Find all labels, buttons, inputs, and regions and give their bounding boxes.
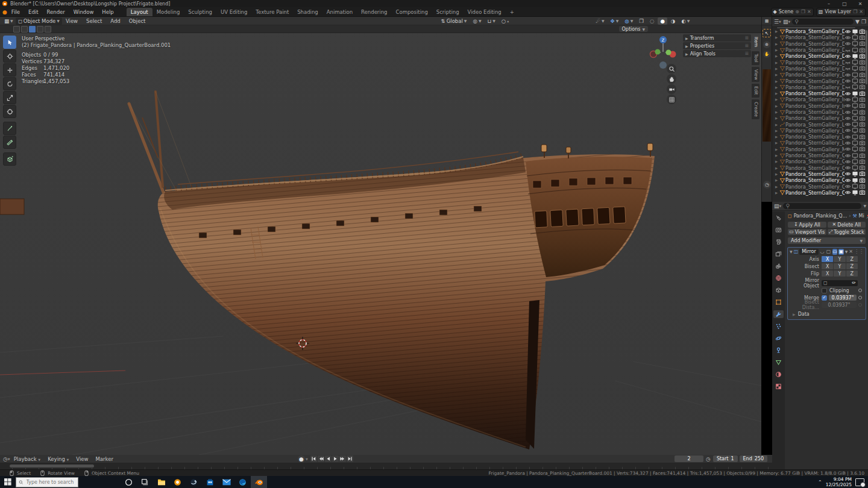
properties-tab-collection[interactable] xyxy=(773,286,784,294)
pin-icon[interactable]: ⊕ xyxy=(795,9,799,14)
mirror-object-field[interactable]: ◻ ✏ xyxy=(822,280,858,286)
outliner-row[interactable]: ▶ Pandora_SternGallery_QG xyxy=(772,171,866,177)
nav-grid-button[interactable] xyxy=(667,95,676,104)
shading-rendered-button[interactable]: ◐▼ xyxy=(679,17,692,25)
properties-tab-particles[interactable] xyxy=(773,322,784,330)
properties-tab-physics[interactable] xyxy=(773,334,784,342)
add-modifier-button[interactable]: Add Modifier▼ xyxy=(788,237,866,244)
properties-search[interactable]: ⚲ xyxy=(783,203,861,209)
tool-select-box[interactable] xyxy=(3,36,16,49)
shading-material-button[interactable]: ◑ xyxy=(668,17,678,25)
data-chevron-icon[interactable]: ▶ xyxy=(793,312,796,316)
orientation-selector[interactable]: ⇅ Global ▼ xyxy=(439,17,470,25)
viewport-menu-view[interactable]: View xyxy=(62,18,81,24)
taskbar-app-store[interactable] xyxy=(202,476,218,488)
workspace-tab-sculpting[interactable]: Sculpting xyxy=(184,8,216,16)
proportional-edit-button[interactable]: ○▴ xyxy=(499,17,511,25)
scene-selector[interactable]: ◆ Scene ⊕ ❐ ✕ xyxy=(771,8,814,16)
object-visibility-button[interactable]: ☄▼ xyxy=(593,17,606,25)
flip-y-toggle[interactable]: Y xyxy=(834,271,845,277)
outliner-row[interactable]: ▶ Pandora_SternGallery_Lo xyxy=(772,134,866,140)
tool-rotate[interactable] xyxy=(3,77,16,90)
start-button[interactable] xyxy=(0,476,16,488)
collapsed-image-editor[interactable]: ▦ ↖ ⊕ ✋ ◷ xyxy=(761,17,772,202)
outliner-vscrollbar[interactable] xyxy=(866,30,867,84)
close-button[interactable]: ✕ xyxy=(852,1,868,7)
workspace-tab-compositing[interactable]: Compositing xyxy=(392,8,432,16)
timeline-menu-keying[interactable]: Keying ▼ xyxy=(44,456,72,462)
outliner-row[interactable]: ▶ Pandora_SternGallery_QG xyxy=(772,152,866,158)
npanel-section-transform[interactable]: ▶Transform☰ xyxy=(683,34,751,42)
viewport-menu-select[interactable]: Select xyxy=(83,18,105,24)
merge-checkbox[interactable]: ✓ xyxy=(822,295,827,301)
menu-help[interactable]: Help xyxy=(98,9,118,15)
breadcrumb-modifier[interactable]: Mi xyxy=(859,213,864,219)
properties-tab-modifiers[interactable] xyxy=(773,310,784,318)
axis-x-toggle[interactable]: X xyxy=(822,256,833,262)
new-view-layer-icon[interactable]: ❐ xyxy=(853,9,857,14)
outliner-row[interactable]: ▶ Pandora_SternGallery_Mo xyxy=(772,146,866,152)
xray-toggle[interactable]: ❐ xyxy=(637,17,646,25)
data-subpanel-label[interactable]: Data xyxy=(798,311,810,317)
shading-wireframe-button[interactable]: ◌ xyxy=(647,17,656,25)
select-intersect-icon[interactable] xyxy=(45,26,51,33)
npanel-tab-edit[interactable]: Edit xyxy=(752,84,760,98)
pivot-point-button[interactable]: ◎▼ xyxy=(470,17,483,25)
outliner-row[interactable]: ▶ Pandora_SternGallery_QG xyxy=(772,158,866,164)
outliner-row[interactable]: ▶ Pandora_SternGallery_Dn xyxy=(772,84,866,90)
axis-z-toggle[interactable]: Z xyxy=(846,256,858,262)
outliner-row[interactable]: ▶ Pandora_SternGallery_Inn xyxy=(772,103,866,109)
outliner-row[interactable]: ▶ Pandora_SternGallery_Dn xyxy=(772,72,866,78)
taskbar-app-edge[interactable] xyxy=(234,476,251,488)
select-subtract-icon[interactable] xyxy=(29,26,36,33)
npanel-section-align-tools[interactable]: ▶Align Tools☰ xyxy=(683,50,751,57)
properties-tab-world[interactable] xyxy=(773,274,784,282)
snap-toggle-button[interactable]: ⊔▼ xyxy=(485,17,498,25)
timeline-menu-playback[interactable]: Playback ▼ xyxy=(10,456,45,462)
on-cage-toggle[interactable]: ◡ xyxy=(820,249,825,255)
options-button[interactable]: Options ▼ xyxy=(619,26,649,32)
outliner-row[interactable]: ▶ Pandora_SternGallery_Do xyxy=(772,28,866,34)
flip-x-toggle[interactable]: X xyxy=(822,271,833,277)
new-scene-icon[interactable]: ❐ xyxy=(801,9,805,14)
outliner-row[interactable]: ▶ Pandora_SternGallery_Lo xyxy=(772,109,866,115)
workspace-tab-video-editing[interactable]: Video Editing xyxy=(464,8,506,16)
menu-file[interactable]: File xyxy=(7,9,24,15)
bisect-x-toggle[interactable]: X xyxy=(822,263,833,269)
outliner-row[interactable]: ▶ Pandora_SternGallery_Dn xyxy=(772,34,866,40)
outliner-row[interactable]: ▶ Pandora_SternGallery_Inn xyxy=(772,96,866,102)
properties-tab-tool[interactable] xyxy=(773,214,784,222)
taskbar-search[interactable] xyxy=(16,477,78,487)
timeline-menu-marker[interactable]: Marker xyxy=(92,456,117,462)
outliner-row[interactable]: ▶ Pandora_SternGallery_Dn xyxy=(772,41,866,47)
gizmos-toggle[interactable]: ✥▼ xyxy=(608,17,621,25)
outliner-row[interactable]: ▶ Pandora_SternGallery_QG xyxy=(772,177,866,183)
apply-all-button[interactable]: ↧Apply All xyxy=(788,222,826,228)
taskbar-app-task-view[interactable] xyxy=(137,476,153,488)
bisect-z-toggle[interactable]: Z xyxy=(846,263,858,269)
animate-dot-icon[interactable] xyxy=(858,296,862,299)
notification-center-icon[interactable] xyxy=(855,478,864,486)
menu-edit[interactable]: Edit xyxy=(24,9,42,15)
view-layer-selector[interactable]: ▧ View Layer ❐ ✕ xyxy=(816,8,866,16)
shading-solid-button[interactable]: ● xyxy=(658,17,667,25)
outliner-row[interactable]: ▶ Pandora_SternGallery_Dn xyxy=(772,47,866,53)
outliner-row[interactable]: ▶ Pandora_SternGallery_Lo xyxy=(772,115,866,121)
workspace-tab-uv-editing[interactable]: UV Editing xyxy=(216,8,251,16)
viewport-3d[interactable] xyxy=(0,33,761,455)
taskbar-app-explorer[interactable] xyxy=(153,476,169,488)
properties-tab-view-layer[interactable] xyxy=(773,250,784,258)
drag-handle-icon[interactable]: ⋮⋮ xyxy=(854,249,864,254)
npanel-tab-item[interactable]: Item xyxy=(752,34,760,49)
npanel-tab-create[interactable]: Create xyxy=(752,99,760,119)
strip-clock-icon[interactable]: ◷ xyxy=(763,181,771,189)
strip-editor-header[interactable]: ▦ xyxy=(762,17,772,25)
workspace-tab-texture-paint[interactable]: Texture Paint xyxy=(251,8,293,16)
npanel-tab-tool[interactable]: Tool xyxy=(752,51,760,65)
nav-hand-button[interactable] xyxy=(667,74,676,84)
tool-transform[interactable] xyxy=(3,105,16,118)
strip-zoom-icon[interactable]: ⊕ xyxy=(763,41,770,48)
axis-y-toggle[interactable]: Y xyxy=(834,256,845,262)
viewport-vis-button[interactable]: ▭Viewport Vis xyxy=(788,229,826,235)
mode-selector[interactable]: ◻ Object Mode ▼ xyxy=(16,17,62,25)
